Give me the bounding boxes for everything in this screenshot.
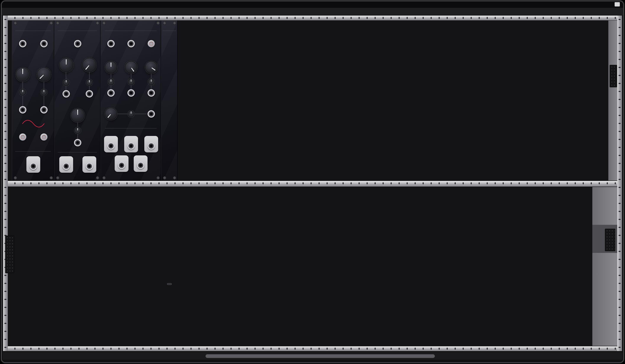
trim-knob[interactable] bbox=[62, 79, 70, 86]
trim-knob[interactable] bbox=[108, 79, 114, 85]
title-divider bbox=[15, 31, 51, 31]
trim-knob[interactable] bbox=[85, 79, 94, 86]
ribbon-connector bbox=[5, 236, 14, 273]
shape-knob[interactable] bbox=[145, 61, 157, 74]
drive-knob[interactable] bbox=[70, 108, 85, 123]
scrollbar-thumb[interactable] bbox=[206, 354, 435, 358]
cutoff-cv-input[interactable] bbox=[65, 92, 68, 95]
out-output[interactable] bbox=[32, 165, 35, 168]
title-divider bbox=[58, 31, 97, 31]
lpf-output[interactable] bbox=[65, 165, 68, 168]
step-output[interactable] bbox=[109, 144, 113, 147]
wt-pos-knob[interactable] bbox=[37, 67, 51, 82]
rack-rail bbox=[617, 16, 622, 351]
trim-knob[interactable] bbox=[127, 111, 136, 117]
soft-button[interactable] bbox=[40, 134, 48, 141]
lin-output[interactable] bbox=[129, 144, 133, 147]
case-sidewall bbox=[592, 187, 617, 346]
fm-input[interactable] bbox=[21, 108, 24, 111]
divider bbox=[105, 128, 156, 128]
jack-box bbox=[26, 156, 40, 173]
screw-icon bbox=[173, 176, 176, 180]
freq-knob[interactable] bbox=[105, 61, 117, 74]
divider bbox=[15, 151, 51, 152]
trim-knob[interactable] bbox=[127, 79, 136, 85]
res-knob[interactable] bbox=[82, 58, 96, 72]
sync-input[interactable] bbox=[42, 42, 45, 45]
trim-knob[interactable] bbox=[63, 79, 69, 86]
screw-icon bbox=[163, 176, 166, 180]
trim-knob[interactable] bbox=[128, 111, 135, 117]
jack-box bbox=[82, 156, 96, 173]
random-module[interactable] bbox=[101, 21, 161, 180]
ribbon-connector bbox=[605, 229, 615, 251]
trim-knob[interactable] bbox=[40, 89, 48, 96]
freq-knob[interactable] bbox=[16, 67, 30, 82]
screw-icon bbox=[157, 22, 160, 25]
ext-input[interactable] bbox=[129, 42, 133, 45]
hpf-output[interactable] bbox=[88, 165, 91, 168]
res-cv-input[interactable] bbox=[88, 92, 91, 95]
exp-output[interactable] bbox=[150, 144, 153, 147]
screw-icon bbox=[50, 22, 53, 25]
trim-knob[interactable] bbox=[106, 79, 115, 85]
trim-knob[interactable] bbox=[128, 79, 135, 85]
jack-box bbox=[115, 155, 128, 172]
jack-box bbox=[104, 136, 118, 152]
screw-icon bbox=[14, 176, 17, 180]
shape-cv-input[interactable] bbox=[150, 91, 153, 94]
title-divider bbox=[105, 31, 156, 31]
tooltip bbox=[167, 283, 172, 285]
trim-knob[interactable] bbox=[73, 127, 82, 134]
screw-icon bbox=[56, 22, 60, 25]
audio-input[interactable] bbox=[76, 42, 79, 45]
screw-icon bbox=[96, 22, 99, 25]
trim-knob[interactable] bbox=[41, 89, 47, 96]
divider bbox=[58, 152, 97, 152]
trig-input[interactable] bbox=[109, 42, 113, 45]
rnd-knob[interactable] bbox=[125, 61, 137, 74]
trim-knob[interactable] bbox=[74, 127, 81, 134]
screw-icon bbox=[56, 176, 60, 180]
wt-vco-module[interactable] bbox=[12, 21, 54, 180]
rack bbox=[0, 0, 625, 364]
screw-icon bbox=[157, 176, 160, 180]
v-oct-input[interactable] bbox=[21, 42, 24, 45]
lfm-button[interactable] bbox=[19, 134, 26, 141]
prob-knob[interactable] bbox=[105, 108, 117, 120]
trim-knob[interactable] bbox=[20, 89, 26, 96]
trim-knob[interactable] bbox=[86, 79, 93, 86]
trim-knob[interactable] bbox=[18, 89, 27, 96]
ofst-button[interactable] bbox=[148, 40, 155, 47]
screw-icon bbox=[102, 22, 106, 25]
jack-box bbox=[144, 136, 158, 152]
trim-knob[interactable] bbox=[148, 79, 155, 85]
case-sidewall bbox=[608, 21, 617, 180]
ribbon-connector bbox=[610, 65, 617, 87]
vcf-module[interactable] bbox=[54, 21, 101, 180]
rack-rail bbox=[3, 16, 8, 351]
drive-cv-input[interactable] bbox=[76, 141, 79, 144]
screw-icon bbox=[50, 176, 53, 180]
noiz-module[interactable] bbox=[161, 21, 178, 180]
screw-icon bbox=[163, 22, 166, 25]
trig-output[interactable] bbox=[139, 164, 142, 167]
screw-icon bbox=[96, 176, 99, 180]
cardinal-app bbox=[0, 0, 625, 364]
screw-icon bbox=[102, 176, 106, 180]
screw-icon bbox=[173, 22, 176, 25]
rack-rail bbox=[3, 181, 622, 187]
jack-box bbox=[124, 136, 138, 152]
jack-box bbox=[134, 155, 148, 172]
title-divider bbox=[162, 31, 176, 31]
smth-output[interactable] bbox=[120, 164, 123, 167]
cutoff-knob[interactable] bbox=[59, 58, 73, 72]
freq-cv-input[interactable] bbox=[109, 91, 113, 94]
rack-rail bbox=[3, 346, 622, 351]
prob-cv-input[interactable] bbox=[150, 112, 153, 115]
waveform-graphic bbox=[21, 120, 45, 127]
rnd-cv-input[interactable] bbox=[129, 91, 133, 94]
rack-rail bbox=[3, 16, 622, 20]
pos-input[interactable] bbox=[42, 108, 45, 111]
trim-knob[interactable] bbox=[147, 79, 156, 85]
